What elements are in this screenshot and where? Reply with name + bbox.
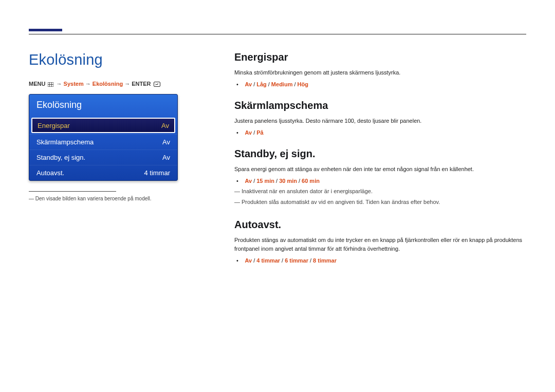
option-value: Av <box>245 129 252 136</box>
osd-panel: Ekolösning Energispar Av Skärmlampschema… <box>29 94 178 181</box>
section-title: Autoavst. <box>234 219 526 231</box>
option-value: 15 min <box>256 178 274 184</box>
section-desc: Minska strömförbrukningen genom att just… <box>234 68 526 77</box>
osd-row-label: Standby, ej sign. <box>36 154 85 161</box>
osd-row-value: Av <box>162 138 170 146</box>
option-value: 30 min <box>279 178 297 184</box>
section-note: Inaktiverat när en ansluten dator är i e… <box>234 187 526 196</box>
option-list: Av/Låg/Medium/Hög <box>234 81 526 87</box>
section-title: Standby, ej sign. <box>234 148 526 160</box>
option-value: Låg <box>256 81 267 87</box>
page-title: Ekolösning <box>29 51 203 68</box>
section-skarmlampschema: Skärmlampschema Justera panelens ljussty… <box>234 100 526 136</box>
breadcrumb: MENU → System → Ekolösning → ENTER <box>29 81 203 87</box>
header-accent-bar <box>29 29 62 31</box>
option-value: Av <box>245 178 252 184</box>
option-list: Av/15 min/30 min/60 min <box>234 178 526 184</box>
option-value: Hög <box>297 81 308 87</box>
path-seg-system: System <box>64 81 84 87</box>
section-title: Energispar <box>234 51 526 63</box>
osd-row-energispar[interactable]: Energispar Av <box>31 118 175 133</box>
osd-row-label: Energispar <box>38 122 70 129</box>
option-value: 4 timmar <box>256 257 280 264</box>
option-value: På <box>256 129 263 136</box>
path-seg-ekolosning: Ekolösning <box>92 81 123 87</box>
osd-row-value: Av <box>162 154 170 161</box>
osd-row-autoavst[interactable]: Autoavst. 4 timmar <box>29 165 177 180</box>
osd-row-value: 4 timmar <box>144 169 170 177</box>
option-value: Av <box>245 257 252 264</box>
osd-row-skarmlampschema[interactable]: Skärmlampschema Av <box>29 134 177 150</box>
option-line: Av/På <box>242 129 526 136</box>
option-line: Av/4 timmar/6 timmar/8 timmar <box>242 257 526 264</box>
osd-row-label: Autoavst. <box>36 169 64 177</box>
left-column: Ekolösning MENU → System → Ekolösning → … <box>29 51 203 267</box>
section-standby: Standby, ej sign. Spara energi genom att… <box>234 148 526 207</box>
section-note: Produkten slås automatiskt av vid en ang… <box>234 198 526 207</box>
svg-rect-4 <box>154 82 160 87</box>
arrow-icon: → <box>57 81 64 87</box>
section-desc: Justera panelens ljusstyrka. Desto närma… <box>234 117 526 125</box>
page-body: Ekolösning MENU → System → Ekolösning → … <box>29 51 526 267</box>
option-line: Av/Låg/Medium/Hög <box>242 81 526 87</box>
option-list: Av/På <box>234 129 526 136</box>
enter-icon <box>154 82 160 87</box>
section-autoavst: Autoavst. Produkten stängs av automatisk… <box>234 219 526 264</box>
path-menu-label: MENU <box>29 81 45 87</box>
path-enter-label: ENTER <box>132 81 151 87</box>
left-divider <box>29 191 116 192</box>
header-rule <box>29 34 526 34</box>
section-title: Skärmlampschema <box>234 100 526 111</box>
osd-row-label: Skärmlampschema <box>36 138 94 146</box>
arrow-icon: → <box>124 81 132 87</box>
arrow-icon: → <box>85 81 92 87</box>
option-value: 8 timmar <box>313 257 337 264</box>
section-desc: Spara energi genom att stänga av enheten… <box>234 165 526 174</box>
option-line: Av/15 min/30 min/60 min <box>242 178 526 184</box>
section-desc: Produkten stängs av automatiskt om du in… <box>234 236 526 253</box>
osd-header: Ekolösning <box>29 95 177 117</box>
section-energispar: Energispar Minska strömförbrukningen gen… <box>234 51 526 87</box>
option-list: Av/4 timmar/6 timmar/8 timmar <box>234 257 526 264</box>
option-value: Av <box>245 81 252 87</box>
option-value: 6 timmar <box>285 257 308 264</box>
right-column: Energispar Minska strömförbrukningen gen… <box>234 51 526 267</box>
osd-row-value: Av <box>161 122 169 129</box>
option-value: 60 min <box>302 178 320 184</box>
option-value: Medium <box>271 81 293 87</box>
menu-grid-icon <box>48 82 53 87</box>
osd-row-standby[interactable]: Standby, ej sign. Av <box>29 150 177 165</box>
model-disclaimer-note: Den visade bilden kan variera beroende p… <box>29 196 203 201</box>
